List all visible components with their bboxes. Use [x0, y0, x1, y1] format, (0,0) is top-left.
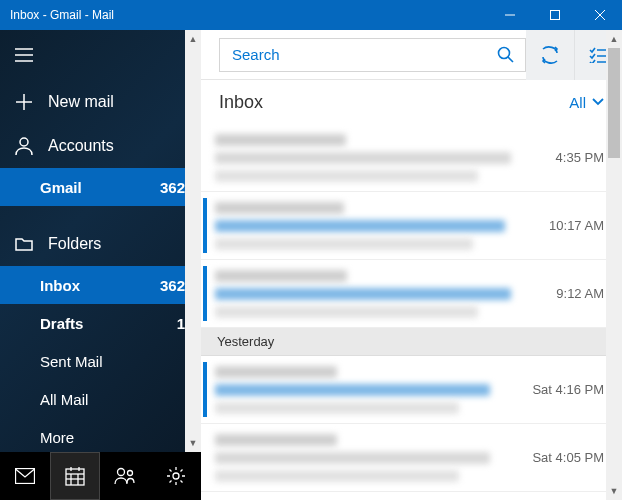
accounts-header[interactable]: Accounts	[0, 124, 201, 168]
svg-line-22	[508, 57, 513, 62]
svg-point-18	[118, 469, 125, 476]
filter-label: All	[569, 94, 586, 111]
folder-icon	[14, 234, 34, 254]
hamburger-icon	[14, 45, 34, 65]
message-preview	[215, 202, 549, 250]
new-mail-label: New mail	[48, 93, 187, 111]
folders-header[interactable]: Folders	[0, 222, 201, 266]
group-header[interactable]: Yesterday	[201, 328, 622, 356]
message-time: 9:12 AM	[556, 286, 604, 301]
close-button[interactable]	[577, 0, 622, 30]
folders-label: Folders	[48, 235, 187, 253]
content-scrollbar[interactable]: ▲ ▼	[606, 30, 622, 500]
folder-label: Sent Mail	[40, 353, 185, 370]
folder-label: All Mail	[40, 391, 185, 408]
message-time: Sat 4:05 PM	[532, 450, 604, 465]
sidebar: New mail Accounts Gmail 362 Folders Inbo…	[0, 30, 201, 500]
title-bar: Inbox - Gmail - Mail	[0, 0, 622, 30]
maximize-button[interactable]	[532, 0, 577, 30]
folder-label: More	[40, 429, 185, 446]
folder-drafts[interactable]: Drafts1	[0, 304, 201, 342]
svg-rect-11	[66, 469, 84, 485]
scrollbar-thumb[interactable]	[608, 48, 620, 158]
list-header: Inbox All	[201, 80, 622, 124]
folder-label: Drafts	[40, 315, 177, 332]
sidebar-scrollbar[interactable]: ▲ ▼	[185, 30, 201, 452]
plus-icon	[14, 92, 34, 112]
message-time: 10:17 AM	[549, 218, 604, 233]
folder-label: Inbox	[40, 277, 160, 294]
message-preview	[215, 270, 556, 318]
message-row[interactable]: 4:35 PM	[201, 124, 622, 192]
hamburger-button[interactable]	[0, 30, 201, 80]
filter-dropdown[interactable]: All	[569, 94, 604, 111]
search-placeholder: Search	[232, 46, 497, 63]
svg-point-9	[20, 138, 28, 146]
svg-point-21	[499, 47, 510, 58]
folder-all-mail[interactable]: All Mail	[0, 380, 201, 418]
person-icon	[14, 136, 34, 156]
sync-button[interactable]	[526, 30, 574, 80]
mail-app-button[interactable]	[0, 452, 50, 500]
account-count: 362	[160, 179, 185, 196]
search-bar: Search	[201, 30, 622, 80]
search-input[interactable]: Search	[219, 38, 526, 72]
message-row[interactable]: Sat 4:16 PM	[201, 356, 622, 424]
search-icon[interactable]	[497, 46, 517, 64]
message-list: 4:35 PM10:17 AM9:12 AMYesterdaySat 4:16 …	[201, 124, 622, 500]
message-preview	[215, 434, 532, 482]
people-app-button[interactable]	[100, 452, 150, 500]
list-title: Inbox	[219, 92, 569, 113]
minimize-button[interactable]	[487, 0, 532, 30]
message-row[interactable]: Sat 4:05 PM	[201, 424, 622, 492]
settings-button[interactable]	[151, 452, 201, 500]
content-pane: ▲ ▼ Search Inbox All	[201, 30, 622, 500]
message-preview	[215, 366, 532, 414]
message-row[interactable]: 10:17 AM	[201, 192, 622, 260]
account-name: Gmail	[40, 179, 160, 196]
svg-rect-1	[550, 11, 559, 20]
new-mail-button[interactable]: New mail	[0, 80, 201, 124]
folder-more[interactable]: More	[0, 418, 201, 452]
account-gmail[interactable]: Gmail 362	[0, 168, 201, 206]
chevron-down-icon	[592, 98, 604, 106]
folder-count: 362	[160, 277, 185, 294]
svg-point-20	[173, 473, 179, 479]
folder-sent-mail[interactable]: Sent Mail	[0, 342, 201, 380]
calendar-app-button[interactable]	[50, 452, 100, 500]
message-time: 4:35 PM	[556, 150, 604, 165]
folder-count: 1	[177, 315, 185, 332]
accounts-label: Accounts	[48, 137, 187, 155]
message-preview	[215, 134, 556, 182]
svg-point-19	[128, 471, 133, 476]
message-row[interactable]: 9:12 AM	[201, 260, 622, 328]
message-time: Sat 4:16 PM	[532, 382, 604, 397]
window-title: Inbox - Gmail - Mail	[10, 8, 487, 22]
folder-inbox[interactable]: Inbox362	[0, 266, 201, 304]
sidebar-bottom-bar	[0, 452, 201, 500]
